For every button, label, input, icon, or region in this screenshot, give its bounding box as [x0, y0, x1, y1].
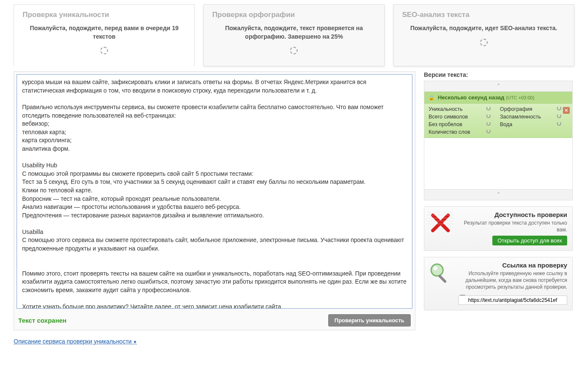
versions-panel: Версии текста: ˄ Несколько секунд назад …: [424, 71, 573, 200]
tab-uniq-msg: Пожалуйста, подождите, перед вами в очер…: [23, 24, 186, 41]
check-url-field[interactable]: [458, 296, 567, 305]
tab-title: Проверка орфографии: [212, 11, 375, 19]
loading-icon: [557, 106, 561, 110]
magnifier-icon: [427, 260, 454, 287]
svg-point-2: [431, 264, 443, 276]
saved-status: Текст сохранен: [18, 317, 66, 324]
tab-spell-msg: Пожалуйста, подождите, текст проверяется…: [212, 24, 375, 41]
version-item[interactable]: Несколько секунд назад (UTC +03:00) ✕ Ун…: [424, 92, 572, 138]
metric-label: Орфография: [500, 106, 554, 112]
text-input[interactable]: [17, 74, 412, 309]
loading-icon: [486, 114, 491, 118]
svg-rect-3: [438, 274, 447, 283]
loading-icon: [486, 106, 491, 110]
link-card: Ссылка на проверку Используйте приведенн…: [424, 257, 573, 310]
editor-panel: Текст сохранен Проверить уникальность: [14, 71, 415, 330]
metric-label: Всего символов: [429, 114, 484, 120]
loading-icon: [486, 121, 491, 126]
loading-icon: [557, 121, 561, 126]
versions-title: Версии текста:: [424, 71, 573, 78]
versions-scroll-up[interactable]: ˄: [424, 81, 572, 92]
check-uniqueness-button[interactable]: Проверить уникальность: [328, 314, 411, 327]
tab-spellcheck[interactable]: Проверка орфографии Пожалуйста, подождит…: [203, 4, 384, 66]
link-title: Ссылка на проверку: [458, 262, 567, 269]
service-description-link[interactable]: Описание сервиса проверки уникальности: [14, 338, 137, 345]
spinner-icon: [100, 47, 108, 54]
chevron-up-icon: ˄: [497, 83, 500, 90]
tab-seo[interactable]: SEO-анализ текста Пожалуйста, подождите,…: [393, 4, 574, 66]
delete-version-button[interactable]: ✕: [563, 107, 570, 114]
metric-label: Заспамленность: [500, 114, 554, 120]
metric-label: Вода: [500, 121, 554, 127]
version-timestamp: Несколько секунд назад (UTC +03:00): [424, 92, 572, 104]
chevron-down-icon: ˅: [497, 191, 500, 198]
tab-title: SEO-анализ текста: [402, 11, 565, 19]
access-card: Доступность проверки Результат проверки …: [424, 206, 573, 251]
tab-uniqueness[interactable]: Проверка уникальности Пожалуйста, подожд…: [14, 4, 195, 66]
spinner-icon: [290, 47, 298, 54]
loading-icon: [557, 114, 561, 118]
access-title: Доступность проверки: [458, 211, 567, 218]
link-text: Используйте приведенную ниже ссылку в да…: [458, 270, 567, 290]
tab-seo-msg: Пожалуйста, подождите, идет SEO-анализ т…: [402, 24, 565, 33]
metric-label: Количество слов: [429, 129, 484, 135]
open-access-button[interactable]: Открыть доступ для всех: [492, 236, 567, 245]
metric-label: Без пробелов: [429, 121, 484, 127]
spinner-icon: [480, 39, 488, 46]
access-text: Результат проверки текста доступен тольк…: [458, 220, 567, 233]
metric-label: Уникальность: [429, 106, 484, 112]
svg-point-4: [433, 266, 437, 270]
loading-icon: [486, 129, 491, 133]
tab-title: Проверка уникальности: [23, 11, 186, 19]
versions-scroll-down[interactable]: ˅: [424, 189, 572, 200]
